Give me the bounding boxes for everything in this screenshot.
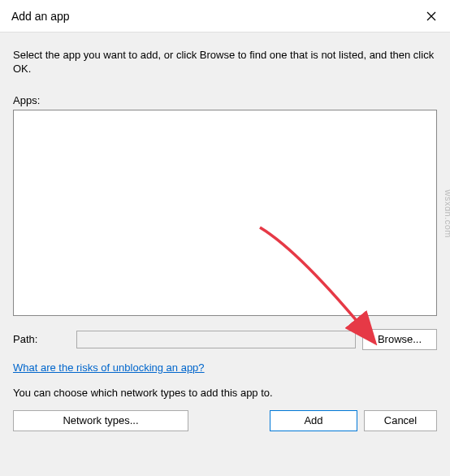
button-row: Network types... Add Cancel <box>13 410 437 431</box>
path-input[interactable] <box>76 331 356 348</box>
network-types-button[interactable]: Network types... <box>13 410 188 431</box>
cancel-button[interactable]: Cancel <box>364 410 437 431</box>
title-bar: Add an app <box>0 0 450 32</box>
watermark: wsxdn.com <box>444 189 450 238</box>
risks-link[interactable]: What are the risks of unblocking an app? <box>13 361 205 374</box>
add-button[interactable]: Add <box>270 410 357 431</box>
apps-listbox[interactable] <box>13 110 437 316</box>
dialog-content: Select the app you want to add, or click… <box>0 32 450 431</box>
path-row: Path: Browse... <box>13 329 437 350</box>
browse-button[interactable]: Browse... <box>362 329 437 350</box>
window-title: Add an app <box>11 10 70 23</box>
close-icon <box>426 11 436 21</box>
path-label: Path: <box>13 333 70 345</box>
close-button[interactable] <box>413 0 450 32</box>
network-types-text: You can choose which network types to ad… <box>13 387 437 399</box>
apps-label: Apps: <box>13 94 437 106</box>
instruction-text: Select the app you want to add, or click… <box>13 49 437 76</box>
